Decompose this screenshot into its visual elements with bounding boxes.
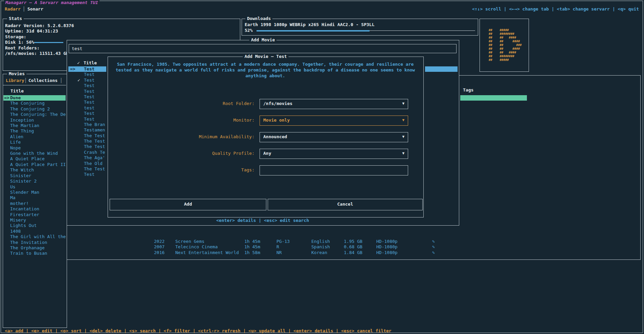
- movie-list-item[interactable]: Life: [3, 140, 66, 145]
- tab-radarr[interactable]: Radarr: [5, 6, 21, 12]
- field-dropdown[interactable]: Any▼: [260, 149, 408, 159]
- movie-list-item[interactable]: Gone with the Wind: [3, 151, 66, 156]
- movie-list-item[interactable]: Sinister 2: [3, 179, 66, 184]
- movie-list-item[interactable]: A Quiet Place Part II: [3, 162, 66, 167]
- movie-list-item[interactable]: The Orphanage: [3, 245, 66, 251]
- search-result-item[interactable]: The Test: [68, 133, 106, 139]
- movie-list-item[interactable]: A Quiet Place: [3, 156, 66, 162]
- movie-title: Dune: [10, 95, 21, 101]
- modal-form: Root Folder:/nfs/movies▼Monitor:Movie on…: [108, 57, 423, 216]
- search-result-item[interactable]: Crash Te: [68, 150, 106, 155]
- movie-list-item[interactable]: The Thing: [3, 128, 66, 134]
- search-result-title: Testamen: [84, 127, 105, 133]
- movie-list-item[interactable]: Us: [3, 184, 66, 190]
- search-result-item[interactable]: =>Test: [68, 66, 106, 72]
- movie-list-item[interactable]: The Conjuring 2: [3, 106, 66, 112]
- search-result-item[interactable]: The Aga': [68, 155, 106, 161]
- search-result-item[interactable]: Test: [68, 94, 106, 100]
- search-result-item[interactable]: Test: [68, 89, 106, 94]
- field-label: Tags:: [111, 167, 254, 172]
- search-result-title: test: [84, 105, 94, 111]
- movie-title: The Girl with All the: [10, 234, 66, 239]
- search-result-item[interactable]: The Bran: [68, 122, 106, 127]
- movie-list-item[interactable]: The Girl with All the: [3, 234, 66, 239]
- search-result-item[interactable]: The Test: [68, 166, 106, 172]
- selected-row-highlight: [460, 95, 527, 101]
- tab-library[interactable]: Library: [6, 78, 24, 83]
- search-result-item[interactable]: ✓Test: [68, 78, 106, 83]
- movie-title: Sinister: [10, 173, 31, 179]
- search-result-title: Test: [84, 100, 94, 105]
- dropdown-arrow-icon: ▼: [402, 101, 404, 106]
- movie-list-item[interactable]: Sinister: [3, 173, 66, 179]
- movie-list-item[interactable]: Misery: [3, 217, 66, 223]
- table-right-border: [640, 75, 641, 260]
- tags-column-header: Tags: [463, 87, 473, 92]
- movie-title: Slender Man: [10, 190, 39, 195]
- field-dropdown[interactable]: /nfs/movies▼: [260, 99, 408, 109]
- tab-separator: │: [23, 6, 25, 12]
- movie-list-item[interactable]: Train to Busan: [3, 251, 66, 256]
- tab-sonarr[interactable]: Sonarr: [27, 6, 43, 12]
- movie-list-item[interactable]: The Witch: [3, 167, 66, 173]
- radarr-logo-icon: ## ##### ## ######## ## ## #### ## ## ##…: [487, 28, 522, 62]
- cancel-button[interactable]: Cancel: [268, 199, 423, 210]
- field-input[interactable]: [260, 165, 408, 175]
- tab-separator: │: [60, 78, 63, 83]
- search-result-title: Test: [84, 172, 94, 177]
- search-result-title: The Test: [84, 133, 105, 139]
- add-button[interactable]: Add: [110, 199, 266, 210]
- search-result-item[interactable]: The Old: [68, 161, 106, 166]
- field-value: Any: [263, 151, 271, 156]
- search-result-item[interactable]: test: [68, 105, 106, 111]
- download-progress-track: [370, 30, 475, 31]
- field-dropdown[interactable]: Announced▼: [260, 132, 408, 142]
- divider: [3, 85, 66, 85]
- movie-list-item[interactable]: 1408: [3, 229, 66, 234]
- check-icon: ✓: [77, 78, 80, 83]
- search-result-item[interactable]: Test: [68, 111, 106, 116]
- download-item-name: Earth 1998 1080p WEBRip x265 Hindi AAC2.…: [245, 22, 375, 27]
- search-result-title: The Test: [84, 139, 105, 144]
- search-result-item[interactable]: The Test: [68, 144, 106, 149]
- search-result-title: The Bran: [84, 122, 105, 127]
- movie-list-item[interactable]: Lights Out: [3, 223, 66, 228]
- uptime: Uptime: 31d 04:31:23: [5, 28, 58, 34]
- search-input[interactable]: [69, 44, 457, 53]
- movie-list-item[interactable]: Firestarter: [3, 212, 66, 217]
- search-result-item[interactable]: Test: [68, 72, 106, 77]
- search-result-item[interactable]: The Test: [68, 139, 106, 144]
- movie-title: Train to Busan: [10, 251, 47, 256]
- movie-title: mother!: [10, 201, 29, 206]
- movie-title: The Martian: [10, 123, 39, 128]
- movie-title: The Conjuring: The De: [10, 112, 66, 117]
- movie-list-item[interactable]: Ma: [3, 195, 66, 201]
- movie-list-item[interactable]: The Invitation: [3, 240, 66, 245]
- add-movie-panel-title: Add Movie: [249, 37, 276, 43]
- movie-list-item[interactable]: =>Dune: [3, 95, 66, 101]
- movie-list-item[interactable]: Slender Man: [3, 190, 66, 195]
- movies-list: =>DuneThe ConjuringThe Conjuring 2The Co…: [3, 95, 66, 258]
- search-result-item[interactable]: Testamen: [68, 127, 106, 133]
- movie-title: Sinister 2: [10, 179, 37, 184]
- search-result-item[interactable]: Test: [68, 83, 106, 88]
- movie-list-item[interactable]: Incantation: [3, 206, 66, 212]
- add-movie-modal: Add Movie — Test San Francisco, 1985. Tw…: [108, 57, 424, 217]
- movie-list-item[interactable]: The Conjuring: [3, 101, 66, 106]
- movie-list-item[interactable]: Nope: [3, 145, 66, 151]
- search-result-item[interactable]: Test: [68, 117, 106, 122]
- tab-collections[interactable]: Collections: [28, 78, 58, 83]
- movie-list-item[interactable]: Alien: [3, 134, 66, 140]
- search-result-item[interactable]: Test: [68, 172, 106, 177]
- search-result-title: The Test: [84, 144, 105, 149]
- movie-title: 1408: [10, 229, 21, 234]
- search-result-item[interactable]: Test: [68, 100, 106, 105]
- movie-list-item[interactable]: The Conjuring: The De: [3, 112, 66, 117]
- selected-row-highlight: [425, 66, 458, 72]
- movie-list-item[interactable]: The Martian: [3, 123, 66, 128]
- search-result-title: Test: [84, 117, 94, 122]
- selection-arrow-icon: =>: [70, 66, 75, 72]
- movie-list-item[interactable]: Inception: [3, 118, 66, 123]
- movie-list-item[interactable]: mother!: [3, 201, 66, 206]
- field-dropdown[interactable]: Movie only▼: [260, 116, 408, 126]
